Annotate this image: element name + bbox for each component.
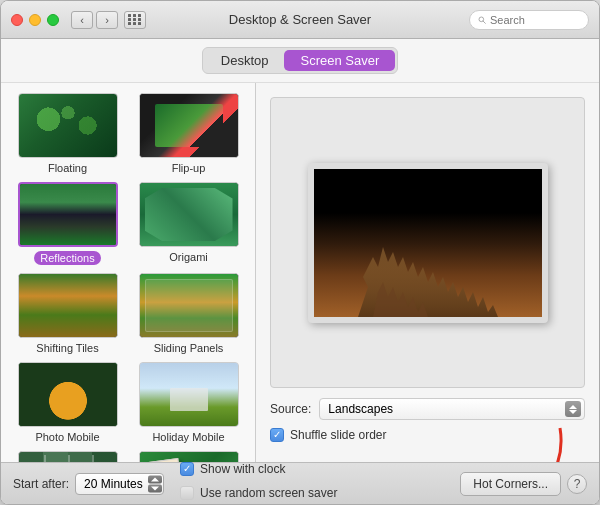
source-dropdown-wrapper: Landscapes <box>319 398 585 420</box>
bottom-checkboxes: Show with clock Use random screen saver <box>180 462 337 506</box>
list-item[interactable]: Photo Wall <box>11 451 124 462</box>
use-random-label: Use random screen saver <box>200 486 337 500</box>
list-item[interactable]: Vintage Prints <box>132 451 245 462</box>
controls: Source: Landscapes Shuffle slide order <box>270 388 585 448</box>
saver-thumbnail-vintageprints <box>139 451 239 462</box>
list-item[interactable]: Flip-up <box>132 93 245 174</box>
source-row: Source: Landscapes <box>270 398 585 420</box>
saver-thumbnail-photowall <box>18 451 118 462</box>
saver-label-holidaymobile: Holiday Mobile <box>152 431 224 443</box>
source-label: Source: <box>270 402 311 416</box>
grid-icon <box>128 14 142 25</box>
use-random-checkbox[interactable] <box>180 486 194 500</box>
traffic-lights <box>11 14 59 26</box>
tab-bar: Desktop Screen Saver <box>1 39 599 83</box>
shuffle-checkbox[interactable] <box>270 428 284 442</box>
back-button[interactable]: ‹ <box>71 11 93 29</box>
show-clock-checkbox[interactable] <box>180 462 194 476</box>
list-item[interactable]: Floating <box>11 93 124 174</box>
shuffle-row: Shuffle slide order <box>270 428 585 442</box>
saver-label-origami: Origami <box>169 251 208 263</box>
list-item[interactable]: Sliding Panels <box>132 273 245 354</box>
stepper-down-button[interactable] <box>148 484 162 492</box>
bottom-bar: Start after: 20 Minutes 5 Minutes 10 Min… <box>1 462 599 504</box>
use-random-row: Use random screen saver <box>180 486 337 500</box>
forward-button[interactable]: › <box>96 11 118 29</box>
preview-content <box>348 227 508 317</box>
help-button[interactable]: ? <box>567 474 587 494</box>
saver-thumbnail-reflections <box>18 182 118 247</box>
svg-line-1 <box>483 21 485 23</box>
minimize-button[interactable] <box>29 14 41 26</box>
saver-thumbnail-floating <box>18 93 118 158</box>
list-item[interactable]: Photo Mobile <box>11 362 124 443</box>
stepper-up-button[interactable] <box>148 475 162 483</box>
list-item[interactable]: Holiday Mobile <box>132 362 245 443</box>
nav-buttons: ‹ › <box>71 11 118 29</box>
maximize-button[interactable] <box>47 14 59 26</box>
preview-area <box>270 97 585 388</box>
preview-frame <box>308 163 548 323</box>
saver-label-sliding: Sliding Panels <box>154 342 224 354</box>
saver-thumbnail-sliding <box>139 273 239 338</box>
saver-thumbnail-origami <box>139 182 239 247</box>
hot-corners-button-label: Hot Corners... <box>473 477 548 491</box>
preview-screen <box>314 169 542 317</box>
grid-view-button[interactable] <box>124 11 146 29</box>
list-item[interactable]: Shifting Tiles <box>11 273 124 354</box>
search-input[interactable] <box>490 14 580 26</box>
saver-label-photomobile: Photo Mobile <box>35 431 99 443</box>
saver-thumbnail-flipup <box>139 93 239 158</box>
window-title: Desktop & Screen Saver <box>229 12 371 27</box>
hot-corners-area: Hot Corners... ? <box>460 472 587 496</box>
source-dropdown[interactable]: Landscapes <box>319 398 585 420</box>
list-item[interactable]: Reflections <box>11 182 124 265</box>
show-clock-row: Show with clock <box>180 462 337 476</box>
saver-label-floating: Floating <box>48 162 87 174</box>
shuffle-label: Shuffle slide order <box>290 428 387 442</box>
window: ‹ › Desktop & Screen Saver Desktop Scree… <box>0 0 600 505</box>
list-item[interactable]: Origami <box>132 182 245 265</box>
start-after-stepper: 20 Minutes 5 Minutes 10 Minutes 30 Minut… <box>75 473 164 495</box>
saver-thumbnail-holidaymobile <box>139 362 239 427</box>
saver-label-shifting: Shifting Tiles <box>36 342 98 354</box>
show-clock-label: Show with clock <box>200 462 285 476</box>
stepper-arrows <box>148 475 162 492</box>
tab-desktop[interactable]: Desktop <box>205 50 285 71</box>
close-button[interactable] <box>11 14 23 26</box>
tab-screensaver[interactable]: Screen Saver <box>284 50 395 71</box>
screensaver-list: Floating Flip-up Reflections Origami Shi… <box>1 83 256 462</box>
saver-label-reflections: Reflections <box>34 251 100 265</box>
search-box[interactable] <box>469 10 589 30</box>
right-panel: Source: Landscapes Shuffle slide order <box>256 83 599 462</box>
main-content: Floating Flip-up Reflections Origami Shi… <box>1 83 599 462</box>
saver-thumbnail-shifting <box>18 273 118 338</box>
tab-group: Desktop Screen Saver <box>202 47 398 74</box>
saver-label-flipup: Flip-up <box>172 162 206 174</box>
start-after-label: Start after: <box>13 477 69 491</box>
saver-thumbnail-photomobile <box>18 362 118 427</box>
saver-grid: Floating Flip-up Reflections Origami Shi… <box>11 93 245 462</box>
hot-corners-button[interactable]: Hot Corners... <box>460 472 561 496</box>
search-icon <box>478 15 486 25</box>
titlebar: ‹ › Desktop & Screen Saver <box>1 1 599 39</box>
